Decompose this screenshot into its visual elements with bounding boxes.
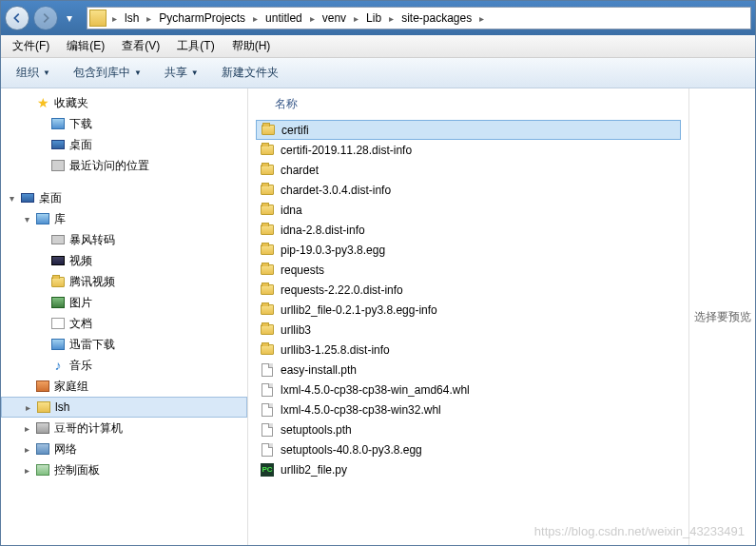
tree-item[interactable]: 文档: [1, 313, 247, 334]
file-item[interactable]: idna-2.8.dist-info: [256, 220, 681, 240]
file-item[interactable]: setuptools.pth: [256, 419, 681, 439]
file-item[interactable]: lxml-4.5.0-cp38-cp38-win_amd64.whl: [256, 380, 681, 400]
menu-item[interactable]: 帮助(H): [224, 36, 279, 56]
tree-toggle-icon[interactable]: ▸: [20, 421, 33, 435]
tree-toggle-icon[interactable]: ▸: [20, 442, 33, 456]
tree-item[interactable]: 桌面: [1, 134, 247, 155]
file-item[interactable]: chardet-3.0.4.dist-info: [256, 180, 681, 200]
file-icon: [260, 382, 275, 398]
file-name: setuptools.pth: [281, 423, 352, 437]
folder-icon: [260, 183, 275, 198]
menu-item[interactable]: 编辑(E): [59, 36, 112, 56]
down-icon: [50, 116, 66, 131]
forward-button[interactable]: [33, 6, 58, 30]
tree-item-label: 控制面板: [54, 462, 100, 478]
tree-item[interactable]: 图片: [1, 292, 247, 313]
breadcrumb-segment[interactable]: PycharmProjects: [153, 8, 251, 29]
tree-toggle-icon[interactable]: ▾: [20, 212, 33, 225]
pic-icon: [50, 295, 66, 310]
folder-icon: [260, 203, 275, 218]
back-button[interactable]: [5, 6, 29, 30]
tree-item[interactable]: 暴风转码: [1, 229, 247, 250]
tree-item[interactable]: ▾库: [1, 208, 247, 229]
tree-item[interactable]: 最近访问的位置: [1, 155, 247, 176]
file-item[interactable]: requests: [256, 260, 681, 280]
file-item[interactable]: certifi: [256, 120, 681, 140]
navigation-bar: ▾ ▸ lsh▸PycharmProjects▸untitled▸venv▸Li…: [1, 1, 755, 35]
drive-icon: [50, 232, 66, 247]
tree-item[interactable]: ★收藏夹: [1, 92, 247, 113]
tree-toggle-icon: [35, 338, 48, 351]
chevron-down-icon: ▼: [191, 68, 199, 77]
tree-item[interactable]: 迅雷下载: [1, 334, 247, 355]
file-item[interactable]: certifi-2019.11.28.dist-info: [256, 140, 681, 160]
tree-item: [1, 176, 247, 187]
breadcrumb-segment[interactable]: untitled: [260, 8, 308, 29]
tree-item-label: 桌面: [39, 190, 62, 206]
tree-item-label: 迅雷下载: [69, 337, 115, 353]
folder-icon: [260, 163, 275, 178]
file-item[interactable]: setuptools-40.8.0-py3.8.egg: [256, 439, 681, 459]
folder-icon: [260, 283, 275, 298]
breadcrumb-segment[interactable]: Lib: [360, 8, 387, 29]
desktop-icon: [20, 190, 35, 205]
tree-item[interactable]: 视频: [1, 250, 247, 271]
file-name: lxml-4.5.0-cp38-cp38-win_amd64.whl: [281, 383, 470, 397]
breadcrumb-bar[interactable]: ▸ lsh▸PycharmProjects▸untitled▸venv▸Lib▸…: [87, 7, 751, 29]
menu-bar: 文件(F)编辑(E)查看(V)工具(T)帮助(H): [1, 35, 755, 58]
menu-item[interactable]: 查看(V): [114, 36, 167, 56]
tree-toggle-icon: [35, 117, 48, 130]
nav-history-dropdown[interactable]: ▾: [62, 6, 77, 30]
breadcrumb-segment[interactable]: site-packages: [396, 8, 477, 29]
file-name: idna: [281, 204, 302, 217]
preview-pane: 选择要预览: [688, 88, 755, 545]
tree-item[interactable]: ▾桌面: [1, 187, 247, 208]
menu-item[interactable]: 文件(F): [5, 36, 57, 56]
file-name: urllib2_file.py: [281, 463, 347, 477]
toolbar-item[interactable]: 共享▼: [157, 61, 206, 85]
breadcrumb-segment[interactable]: lsh: [119, 8, 145, 29]
tree-item[interactable]: ▸控制面板: [1, 459, 247, 480]
tree-item[interactable]: ♪音乐: [1, 355, 247, 376]
file-item[interactable]: urllib2_file-0.2.1-py3.8.egg-info: [256, 300, 681, 320]
tree-item[interactable]: 下载: [1, 113, 247, 134]
folder-icon: [260, 243, 275, 258]
tree-item[interactable]: 腾讯视频: [1, 271, 247, 292]
file-item[interactable]: requests-2.22.0.dist-info: [256, 280, 681, 300]
video-icon: [50, 253, 66, 268]
tree-toggle-icon: [35, 317, 48, 330]
tree-item-label: 文档: [69, 316, 92, 332]
file-item[interactable]: idna: [256, 200, 681, 220]
file-list[interactable]: 名称 certificertifi-2019.11.28.dist-infoch…: [248, 88, 688, 545]
file-item[interactable]: lxml-4.5.0-cp38-cp38-win32.whl: [256, 400, 681, 419]
menu-item[interactable]: 工具(T): [169, 36, 222, 56]
file-name: pip-19.0.3-py3.8.egg: [281, 244, 385, 257]
down-icon: [50, 337, 66, 352]
toolbar-item[interactable]: 包含到库中▼: [66, 61, 149, 85]
file-item[interactable]: urllib3: [256, 320, 681, 340]
file-item[interactable]: urllib3-1.25.8.dist-info: [256, 340, 681, 360]
file-name: urllib3: [281, 323, 311, 337]
file-name: certifi: [281, 124, 309, 137]
tree-toggle-icon[interactable]: ▾: [5, 191, 18, 205]
file-item[interactable]: pip-19.0.3-py3.8.egg: [256, 240, 681, 260]
tree-item[interactable]: ▸网络: [1, 439, 247, 459]
tree-toggle-icon[interactable]: ▸: [21, 400, 34, 414]
doc-icon: [50, 316, 66, 331]
file-item[interactable]: chardet: [256, 160, 681, 180]
breadcrumb-segment[interactable]: venv: [317, 8, 352, 29]
navigation-tree[interactable]: ★收藏夹下载桌面最近访问的位置▾桌面▾库暴风转码视频腾讯视频图片文档迅雷下载♪音…: [1, 88, 248, 545]
file-item[interactable]: easy-install.pth: [256, 360, 681, 380]
column-header-name[interactable]: 名称: [256, 92, 681, 120]
tree-item[interactable]: ▸lsh: [1, 397, 247, 418]
tree-toggle-icon[interactable]: ▸: [20, 463, 33, 477]
toolbar-item[interactable]: 组织▼: [9, 61, 58, 85]
chevron-down-icon: ▼: [43, 68, 50, 77]
tree-item[interactable]: 家庭组: [1, 376, 247, 397]
file-name: urllib2_file-0.2.1-py3.8.egg-info: [281, 303, 437, 317]
tree-item[interactable]: ▸豆哥的计算机: [1, 418, 247, 439]
file-item[interactable]: PCurllib2_file.py: [256, 459, 681, 479]
toolbar-item[interactable]: 新建文件夹: [214, 61, 286, 85]
folder-icon: [260, 322, 275, 338]
chevron-right-icon: ▸: [477, 13, 486, 24]
